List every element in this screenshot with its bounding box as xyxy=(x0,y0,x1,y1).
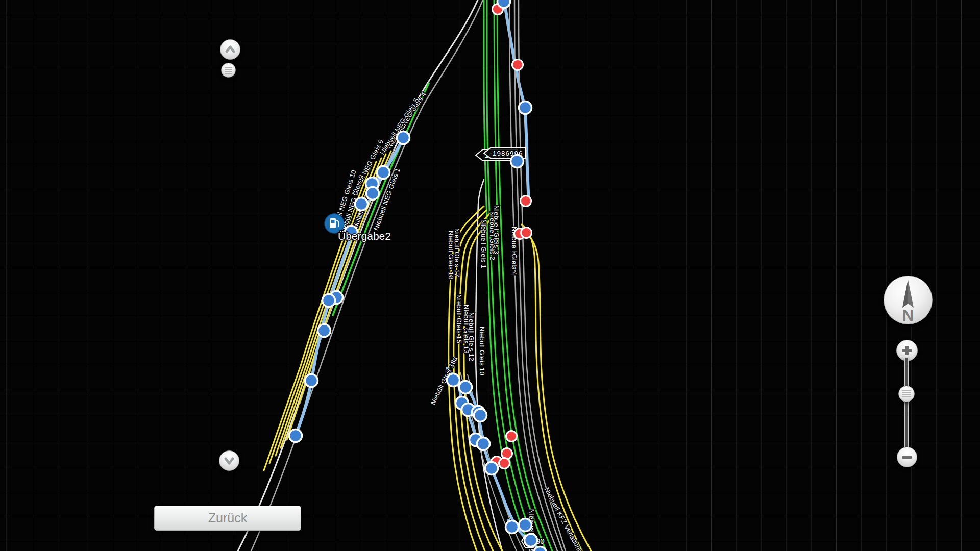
signal-node-blue[interactable] xyxy=(459,381,472,394)
signal-node-blue[interactable] xyxy=(506,521,519,534)
signal-node-blue[interactable] xyxy=(511,155,524,168)
signal-node-red[interactable] xyxy=(512,60,523,70)
compass-needle-icon: N xyxy=(884,276,932,324)
track-line xyxy=(264,165,371,470)
zoom-slider-handle[interactable] xyxy=(898,386,915,402)
track-label: Niebüll Gleis 12 xyxy=(468,312,475,361)
track-label: Niebüll Gleis 10 xyxy=(478,327,486,375)
signal-node-red[interactable] xyxy=(506,431,517,442)
signal-node-blue[interactable] xyxy=(485,462,498,475)
scroll-up-button[interactable] xyxy=(220,39,240,60)
signal-node-blue[interactable] xyxy=(318,324,331,337)
track-label: Niebuell Gleis 1 xyxy=(480,219,487,268)
grip-stripes-icon xyxy=(899,386,914,402)
back-button[interactable]: Zurück xyxy=(154,506,301,531)
signal-node-blue[interactable] xyxy=(477,438,490,450)
signal-node-red[interactable] xyxy=(521,196,531,207)
signal-node-red[interactable] xyxy=(499,458,510,469)
track-line xyxy=(238,0,478,551)
compass-north-label: N xyxy=(902,307,914,324)
signal-node-blue[interactable] xyxy=(366,187,379,200)
track-line xyxy=(519,0,566,551)
signal-node-blue[interactable] xyxy=(534,547,547,551)
signal-node-red[interactable] xyxy=(521,228,532,238)
signal-node-blue[interactable] xyxy=(519,102,532,114)
scroll-down-button[interactable] xyxy=(219,450,239,471)
chevron-down-icon xyxy=(219,451,239,470)
signal-node-blue[interactable] xyxy=(289,430,302,442)
track-map-background: Niebuell NEG Gleis 4Niebuell NEG Gleis 5… xyxy=(0,0,980,551)
poi-label: Übergabe2 xyxy=(338,230,391,242)
map-canvas: Niebuell NEG Gleis 4Niebuell NEG Gleis 5… xyxy=(0,0,980,551)
signal-node-blue[interactable] xyxy=(397,132,410,144)
fuel-pump-icon xyxy=(330,218,336,228)
fuel-pump-window xyxy=(331,220,335,223)
signal-node-blue[interactable] xyxy=(525,534,537,547)
chevron-up-icon xyxy=(220,40,240,59)
minus-icon xyxy=(897,447,917,467)
grip-stripes-icon xyxy=(222,63,235,77)
signal-node-blue[interactable] xyxy=(305,374,318,387)
zoom-out-button[interactable] xyxy=(897,447,917,467)
track-label: Niebüll Gleis 17 xyxy=(453,228,461,277)
menu-stripes-button[interactable] xyxy=(221,63,236,78)
compass[interactable]: N xyxy=(884,276,933,324)
signal-node-blue[interactable] xyxy=(519,519,532,532)
signal-node-blue[interactable] xyxy=(498,0,510,8)
signal-node-blue[interactable] xyxy=(355,198,368,211)
signal-node-blue[interactable] xyxy=(447,374,460,387)
track-label: Niebuell Gleis 3 xyxy=(493,205,500,254)
signal-node-blue[interactable] xyxy=(377,166,390,179)
signal-node-blue[interactable] xyxy=(474,409,487,422)
back-button-label: Zurück xyxy=(208,511,247,525)
signal-node-blue[interactable] xyxy=(323,294,335,307)
zoom-slider[interactable] xyxy=(904,358,909,449)
track-label: Niebüll Gleis 15 xyxy=(455,294,463,343)
